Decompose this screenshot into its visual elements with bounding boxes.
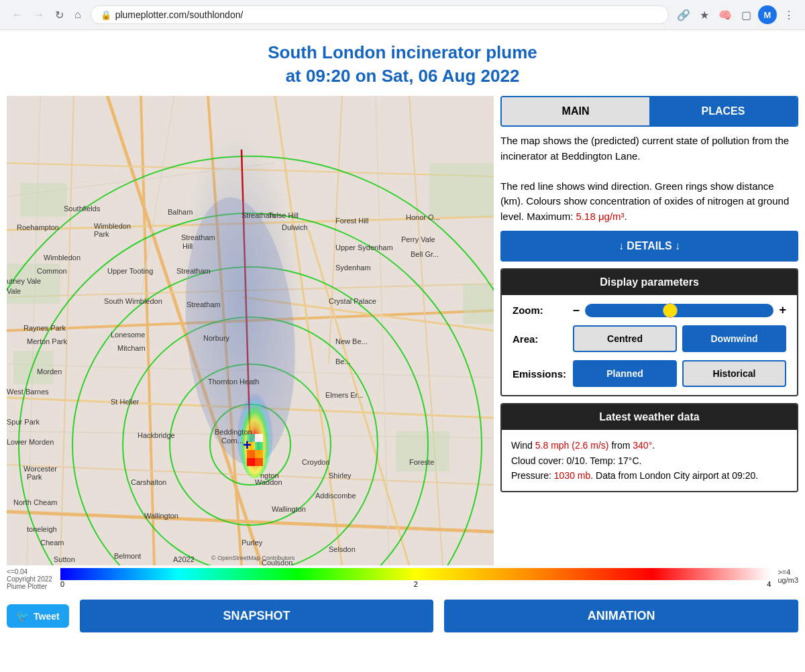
details-button[interactable]: ↓ DETAILS ↓ [500, 231, 798, 262]
svg-text:Roehampton: Roehampton [17, 223, 59, 231]
svg-text:Beddington: Beddington [215, 428, 252, 436]
emissions-label: Emissions: [513, 368, 566, 380]
svg-text:Crystal Palace: Crystal Palace [329, 297, 376, 305]
tweet-button[interactable]: 🐦 Tweet [7, 604, 69, 628]
avatar[interactable]: M [758, 5, 777, 24]
svg-rect-46 [255, 434, 263, 442]
page-content: South London incinerator plume at 09:20 … [0, 30, 805, 639]
svg-text:Corn...: Corn... [221, 437, 244, 445]
svg-text:Southfields: Southfields [64, 205, 101, 213]
reload-button[interactable]: ↻ [51, 6, 68, 24]
svg-rect-25 [429, 163, 494, 217]
home-button[interactable]: ⌂ [70, 6, 85, 24]
svg-text:Spur Park: Spur Park [7, 418, 40, 426]
svg-rect-39 [247, 458, 255, 466]
area-controls: Centred Downwind [573, 325, 786, 352]
svg-text:Be...: Be... [335, 357, 351, 366]
svg-text:Park: Park [94, 230, 109, 238]
star-button[interactable]: ★ [697, 6, 712, 24]
gradient-block: 0 2 4 [60, 568, 771, 588]
svg-text:Worcester: Worcester [23, 465, 57, 473]
svg-text:Croydon: Croydon [302, 458, 330, 466]
svg-text:Vale: Vale [7, 287, 21, 295]
zoom-minus-button[interactable]: – [573, 303, 580, 317]
svg-text:Streatham: Streatham [241, 211, 276, 219]
info-paragraph1: The map shows the (predicted) current st… [500, 133, 798, 164]
svg-text:Wallington: Wallington [144, 512, 178, 520]
historical-button[interactable]: Historical [682, 360, 786, 387]
animation-button[interactable]: ANIMATION [444, 600, 798, 632]
svg-text:Streatham: Streatham [176, 267, 211, 275]
zoom-slider[interactable] [585, 304, 773, 317]
zoom-row: Zoom: – + [513, 303, 786, 317]
svg-text:Lower Morden: Lower Morden [7, 438, 54, 446]
share-button[interactable]: 🔗 [674, 6, 693, 24]
weather-panel: Latest weather data Wind 5.8 mph (2.6 m/… [500, 403, 798, 492]
scale-tick-0: 0 [60, 580, 64, 588]
max-value-inline: 5.18 μg/m³ [576, 211, 625, 222]
centred-button[interactable]: Centred [573, 325, 677, 352]
bottom-bar: 🐦 Tweet SNAPSHOT ANIMATION [7, 593, 798, 639]
places-tab[interactable]: PLACES [649, 97, 797, 125]
zoom-plus-button[interactable]: + [779, 303, 786, 317]
svg-text:Sydenham: Sydenham [335, 264, 371, 272]
emissions-row: Emissions: Planned Historical [513, 360, 786, 387]
area-label: Area: [513, 333, 566, 345]
color-gradient [60, 568, 771, 580]
tab-buttons: MAIN PLACES [500, 96, 798, 127]
map-container[interactable]: + Roehampton Southfields Wimbledon Commo… [7, 96, 494, 565]
main-tab[interactable]: MAIN [502, 97, 649, 125]
twitter-icon: 🐦 [16, 610, 30, 622]
params-content: Zoom: – + Area: Centred [502, 295, 797, 395]
info-text: The map shows the (predicted) current st… [500, 133, 798, 224]
tab-button[interactable]: ▢ [739, 6, 754, 24]
display-params-panel: Display parameters Zoom: – + [500, 268, 798, 396]
nav-buttons: ← → ↻ ⌂ [8, 6, 85, 24]
scale-ticks: 0 2 4 [60, 580, 771, 588]
menu-button[interactable]: ⋮ [781, 6, 797, 24]
svg-text:Common: Common [37, 267, 67, 275]
svg-text:Addiscombe: Addiscombe [315, 492, 356, 500]
svg-text:Lonesome: Lonesome [111, 331, 145, 339]
svg-text:Mitcham: Mitcham [117, 344, 146, 352]
forward-button[interactable]: → [30, 6, 48, 24]
extension-button[interactable]: 🧠 [716, 6, 735, 24]
svg-text:Honor O...: Honor O... [406, 213, 440, 221]
scale-tick-4: 4 [767, 580, 771, 588]
svg-text:© OpenStreetMap Contributors: © OpenStreetMap Contributors [211, 555, 295, 561]
downwind-button[interactable]: Downwind [682, 325, 786, 352]
svg-text:Raynes Park: Raynes Park [23, 324, 66, 332]
svg-text:Merton Park: Merton Park [27, 337, 67, 345]
svg-text:+: + [243, 437, 252, 453]
address-bar[interactable]: 🔒 plumeplotter.com/southlondon/ [91, 5, 669, 24]
svg-text:Wimbledon: Wimbledon [94, 222, 131, 230]
svg-text:Carshalton: Carshalton [131, 478, 166, 486]
svg-text:Bell Gr...: Bell Gr... [411, 250, 439, 258]
planned-button[interactable]: Planned [573, 360, 677, 387]
snapshot-button[interactable]: SNAPSHOT [80, 600, 434, 632]
scale-right-label: >=4 [777, 568, 798, 576]
svg-text:Park: Park [27, 473, 42, 481]
svg-text:ngton: ngton [260, 471, 279, 480]
back-button[interactable]: ← [8, 6, 27, 24]
svg-text:Belmont: Belmont [114, 552, 141, 560]
svg-text:Norbury: Norbury [203, 334, 230, 342]
copyright-block: <=0.04 Copyright 2022 Plume Plotter [7, 568, 54, 590]
zoom-controls: – + [573, 303, 786, 317]
svg-text:Shirley: Shirley [329, 471, 352, 480]
svg-text:Selsdon: Selsdon [329, 545, 356, 553]
svg-text:Forest Hill: Forest Hill [335, 217, 369, 225]
tweet-label: Tweet [34, 611, 60, 622]
emissions-controls: Planned Historical [573, 360, 786, 387]
info-paragraph2: The red line shows wind direction. Green… [500, 179, 798, 225]
svg-text:South Wimbledon: South Wimbledon [104, 297, 162, 305]
svg-rect-42 [255, 450, 263, 458]
svg-rect-44 [255, 442, 263, 450]
svg-text:Balham: Balham [168, 208, 193, 216]
svg-text:Dulwich: Dulwich [282, 223, 308, 231]
browser-actions: 🔗 ★ 🧠 ▢ M ⋮ [674, 5, 797, 24]
svg-text:Wimbledon: Wimbledon [44, 254, 80, 262]
svg-text:toneleigh: toneleigh [27, 525, 57, 533]
svg-text:Purley: Purley [241, 539, 263, 547]
svg-text:North Cheam: North Cheam [13, 498, 57, 506]
